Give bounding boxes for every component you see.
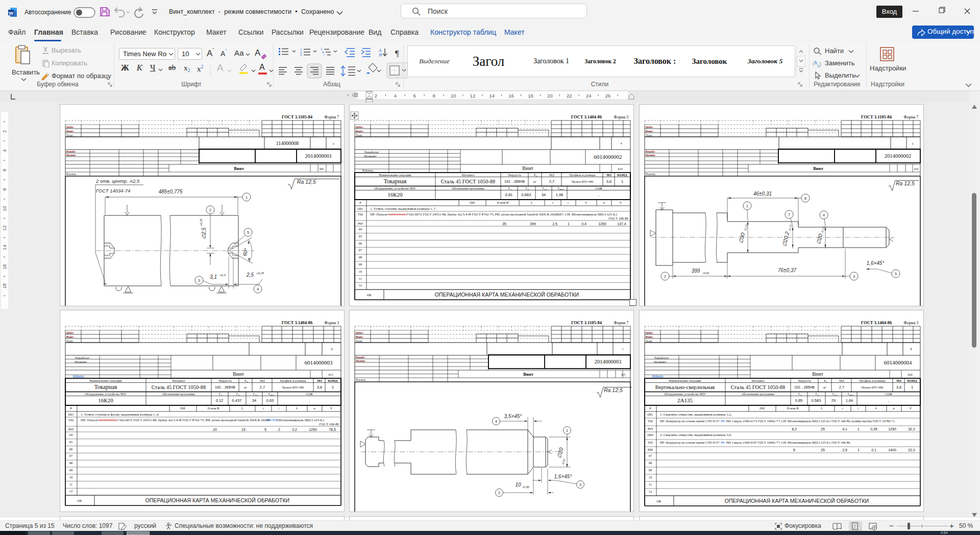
svg-text:Т: Т bbox=[542, 187, 544, 190]
svg-text:ГОСТ 166-80: ГОСТ 166-80 bbox=[320, 422, 339, 426]
svg-text:15: 15 bbox=[241, 428, 246, 431]
svg-text:D или В: D или В bbox=[208, 406, 219, 410]
svg-text:Подп.: Подп. bbox=[646, 134, 653, 137]
svg-text:29: 29 bbox=[831, 398, 836, 403]
svg-text:Форма 7: Форма 7 bbox=[904, 115, 919, 119]
svg-text:Т: Т bbox=[508, 187, 510, 190]
svg-text:1,6×45°: 1,6×45° bbox=[867, 260, 885, 266]
svg-text:8: 8 bbox=[911, 348, 912, 351]
svg-text:015: 015 bbox=[621, 373, 626, 376]
svg-text:2: 2 bbox=[375, 93, 377, 99]
svg-text:14: 14 bbox=[2, 245, 7, 250]
svg-text:?: ? bbox=[170, 524, 172, 527]
svg-text:Дубл.: Дубл. bbox=[356, 126, 363, 129]
svg-text:04: 04 bbox=[69, 433, 73, 436]
svg-text:08: 08 bbox=[649, 461, 652, 465]
svg-text:12: 12 bbox=[2, 225, 7, 231]
svg-text:Винт: Винт bbox=[523, 372, 533, 377]
svg-text:5: 5 bbox=[264, 428, 266, 431]
svg-text:25: 25 bbox=[821, 427, 825, 431]
svg-text:Наименование операции: Наименование операции bbox=[89, 379, 122, 382]
svg-text:Оборудование, устройства ЧПУ: Оборудование, устройства ЧПУ bbox=[374, 187, 416, 190]
svg-text:12: 12 bbox=[359, 283, 362, 287]
svg-text:06: 06 bbox=[69, 447, 73, 451]
svg-text:1250: 1250 bbox=[888, 427, 896, 431]
svg-text:в: в bbox=[818, 394, 819, 396]
svg-text:в: в bbox=[238, 394, 239, 396]
svg-text:п.з.: п.з. bbox=[545, 188, 548, 190]
svg-text:6014000002: 6014000002 bbox=[594, 154, 622, 160]
svg-text:Дубл.: Дубл. bbox=[646, 126, 653, 129]
svg-text:2: 2 bbox=[664, 274, 667, 279]
svg-text:11: 11 bbox=[359, 277, 362, 280]
svg-text:5: 5 bbox=[895, 272, 897, 276]
svg-text:10: 10 bbox=[451, 93, 456, 99]
svg-text:2 отв. центр. А2,5: 2 отв. центр. А2,5 bbox=[95, 178, 140, 184]
svg-text:Т: Т bbox=[525, 187, 527, 190]
svg-text:Твердость: Твердость bbox=[508, 174, 521, 177]
svg-text:2014000003: 2014000003 bbox=[595, 359, 622, 364]
svg-text:Т02: Т02 bbox=[68, 418, 74, 422]
svg-text:4: 4 bbox=[257, 287, 259, 291]
svg-text:010: 010 bbox=[618, 167, 623, 171]
svg-text:0,2: 0,2 bbox=[292, 428, 297, 431]
svg-text:t: t bbox=[552, 201, 553, 204]
svg-text:3: 3 bbox=[198, 278, 201, 283]
svg-text:2,5: 2,5 bbox=[842, 448, 847, 452]
svg-text:5: 5 bbox=[247, 230, 250, 235]
svg-text:09: 09 bbox=[69, 468, 73, 472]
svg-text:i: i bbox=[278, 406, 279, 410]
svg-text:i: i bbox=[324, 53, 324, 56]
svg-text:КОИД: КОИД bbox=[617, 173, 627, 177]
svg-text:60°: 60° bbox=[241, 248, 249, 257]
svg-text:015: 015 bbox=[329, 373, 333, 376]
svg-text:Р03: Р03 bbox=[68, 427, 74, 431]
svg-text:S: S bbox=[875, 406, 877, 410]
svg-text:18: 18 bbox=[528, 93, 533, 99]
svg-text:137,4: 137,4 bbox=[617, 222, 626, 226]
svg-text:4: 4 bbox=[495, 419, 498, 424]
svg-text:Винт: Винт bbox=[522, 165, 533, 171]
svg-text:Прокат Ø35×490: Прокат Ø35×490 bbox=[282, 386, 304, 389]
svg-text:S: S bbox=[585, 201, 587, 204]
svg-text:6014000004: 6014000004 bbox=[884, 359, 913, 366]
svg-text:16К20: 16К20 bbox=[387, 191, 403, 198]
svg-text:192…285НВ: 192…285НВ bbox=[794, 385, 815, 389]
svg-text:Т: Т bbox=[253, 393, 255, 396]
svg-text:ГОСТ 166-80: ГОСТ 166-80 bbox=[609, 216, 629, 220]
svg-text:Дубл.: Дубл. bbox=[356, 331, 363, 334]
svg-text:3: 3 bbox=[579, 482, 582, 487]
svg-text:S: S bbox=[296, 406, 298, 410]
svg-text:3: 3 bbox=[853, 274, 855, 279]
svg-text:в: в bbox=[536, 175, 537, 177]
svg-text:L: L bbox=[531, 201, 533, 204]
svg-text:1: 1 bbox=[857, 448, 860, 452]
svg-text:Подп.: Подп. bbox=[66, 339, 74, 343]
svg-text:12: 12 bbox=[470, 93, 476, 99]
svg-text:Т: Т bbox=[832, 393, 834, 396]
svg-text:0,663: 0,663 bbox=[522, 192, 531, 197]
svg-text:о: о bbox=[221, 394, 222, 396]
svg-text:n: n bbox=[313, 406, 315, 410]
svg-text:7: 7 bbox=[788, 212, 791, 217]
svg-text:20: 20 bbox=[213, 428, 217, 431]
svg-text:18: 18 bbox=[2, 283, 7, 289]
svg-text:6: 6 bbox=[331, 348, 333, 351]
svg-text:Ra 12,5: Ra 12,5 bbox=[896, 180, 915, 186]
svg-text:V: V bbox=[910, 406, 912, 410]
svg-text:1. Точить ступени, выдерживая: 1. Точить ступени, выдерживая размеры 1.… bbox=[370, 207, 436, 210]
svg-text:46±0,31: 46±0,31 bbox=[753, 191, 772, 197]
svg-text:L: L bbox=[241, 406, 243, 410]
svg-text:шт.к.: шт.к. bbox=[849, 394, 853, 396]
svg-text:-0,62: -0,62 bbox=[702, 272, 709, 275]
svg-text:Профиль и размеры: Профиль и размеры bbox=[570, 174, 596, 177]
svg-text:Форма 7: Форма 7 bbox=[614, 321, 629, 325]
svg-text:16К20: 16К20 bbox=[98, 397, 113, 403]
svg-text:Сталь 45 ГОСТ 1050-88: Сталь 45 ГОСТ 1050-88 bbox=[152, 384, 206, 390]
svg-text:Дубл.: Дубл. bbox=[646, 331, 653, 334]
svg-text:в: в bbox=[528, 188, 529, 190]
svg-text:Сталь 45 ГОСТ 1050-88: Сталь 45 ГОСТ 1050-88 bbox=[731, 384, 786, 390]
svg-text:Обозначение программы: Обозначение программы bbox=[742, 393, 774, 396]
svg-text:МД: МД bbox=[839, 379, 844, 382]
svg-text:04: 04 bbox=[359, 227, 362, 231]
